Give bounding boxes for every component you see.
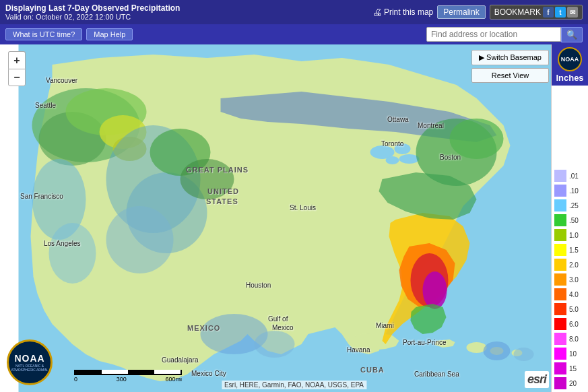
search-input[interactable]	[426, 27, 561, 42]
legend-label: .01	[569, 172, 579, 180]
zoom-controls: + −	[8, 51, 26, 86]
zoom-in-button[interactable]: +	[8, 51, 26, 69]
legend-scale: 2015108.06.05.04.03.02.01.51.0.50.25.10.…	[552, 86, 588, 392]
svg-point-14	[49, 223, 96, 284]
map-title: Displaying Last 7-Day Observed Precipita…	[5, 3, 180, 13]
scale-seg-4	[154, 370, 181, 374]
svg-point-26	[484, 341, 511, 360]
map-svg	[0, 44, 588, 392]
legend-color-box	[554, 214, 566, 226]
scale-bar: 0 300 600mi	[74, 370, 182, 383]
toolbar-left: What is UTC time? Map Help	[5, 28, 133, 40]
twitter-icon[interactable]: t	[555, 7, 566, 18]
legend-color-box	[554, 244, 566, 256]
legend-row: .25	[552, 198, 588, 213]
chevron-right-icon: ▶	[479, 53, 486, 61]
print-link[interactable]: 🖨 Print this map	[372, 7, 433, 18]
toolbar: What is UTC time? Map Help 🔍	[0, 24, 588, 44]
switch-basemap-button[interactable]: ▶ Switch Basemap	[471, 50, 549, 65]
legend-row: .50	[552, 213, 588, 228]
scale-label-300: 300	[117, 376, 127, 383]
legend-row: 3.0	[552, 272, 588, 287]
svg-point-21	[450, 119, 504, 159]
legend-row: .10	[552, 183, 588, 198]
legend-label: .10	[569, 187, 579, 195]
legend-label: 1.5	[569, 247, 579, 254]
valid-date: Valid on: October 02, 2022 12:00 UTC	[5, 13, 180, 21]
legend-color-box	[554, 333, 566, 345]
legend-row: 2.0	[552, 257, 588, 272]
search-area: 🔍	[426, 27, 583, 42]
permalink-button[interactable]: Permalink	[437, 5, 485, 19]
noaa-sub: NAT'L OCEANIC &ATMOSPHERIC ADMIN.	[11, 364, 48, 372]
legend-row: 1.0	[552, 228, 588, 242]
legend-label: 2.0	[569, 261, 579, 269]
utc-time-button[interactable]: What is UTC time?	[5, 28, 82, 40]
noaa-circle-text: NOAA	[561, 56, 579, 63]
social-icons: f t ✉	[543, 7, 578, 18]
legend-label: 5.0	[569, 306, 579, 313]
legend-label: 4.0	[569, 291, 579, 298]
legend-color-box	[554, 185, 566, 197]
scale-seg-3	[128, 370, 154, 374]
legend-row: 8.0	[552, 331, 588, 346]
search-button[interactable]: 🔍	[561, 27, 583, 42]
legend-label: 3.0	[569, 276, 579, 284]
map-container[interactable]: + − ▶ Switch Basemap Reset View Vancouve…	[0, 44, 588, 392]
svg-point-6	[386, 156, 399, 164]
svg-point-25	[255, 331, 295, 358]
legend-color-box	[554, 362, 566, 374]
legend-label: .25	[569, 202, 579, 209]
legend-color-box	[554, 348, 566, 360]
legend-color-box	[554, 199, 566, 211]
reset-view-button[interactable]: Reset View	[471, 68, 549, 83]
legend-color-box	[554, 229, 566, 241]
svg-point-23	[423, 271, 447, 309]
switch-basemap-label: Switch Basemap	[486, 53, 542, 61]
legend-row: 10	[552, 346, 588, 361]
legend-label: 10	[569, 350, 577, 358]
print-icon: 🖨	[372, 7, 382, 18]
scale-label-600: 600mi	[165, 376, 182, 383]
header-left: Displaying Last 7-Day Observed Precipita…	[5, 3, 180, 21]
legend-color-box	[554, 259, 566, 271]
zoom-out-button[interactable]: −	[8, 69, 26, 86]
legend-color-box	[554, 273, 566, 286]
legend-row: .01	[552, 168, 588, 183]
legend-label: 20	[569, 380, 577, 387]
esri-text: esri	[527, 372, 546, 386]
header: Displaying Last 7-Day Observed Precipita…	[0, 0, 588, 24]
bookmark-label: BOOKMARK	[494, 7, 541, 17]
noaa-logo: NOAA NAT'L OCEANIC &ATMOSPHERIC ADMIN.	[7, 339, 53, 385]
map-controls-top: ▶ Switch Basemap Reset View	[471, 50, 549, 83]
legend-row: 6.0	[552, 317, 588, 331]
legend-label: 8.0	[569, 335, 579, 343]
email-icon[interactable]: ✉	[567, 7, 578, 18]
noaa-circle: NOAA	[558, 47, 582, 71]
legend-label: 6.0	[569, 321, 579, 328]
legend-color-box	[554, 318, 566, 330]
legend-color-box	[554, 288, 566, 300]
svg-point-5	[395, 143, 411, 154]
legend-color-box	[554, 303, 566, 315]
scale-line	[74, 370, 182, 375]
legend-color-box	[554, 170, 566, 182]
scale-label-0: 0	[74, 376, 77, 383]
legend: NOAA Inches 2015108.06.05.04.03.02.01.51…	[551, 44, 588, 392]
legend-unit: Inches	[556, 73, 583, 83]
print-label: Print this map	[384, 7, 433, 17]
legend-label: 15	[569, 365, 577, 372]
svg-point-17	[106, 206, 174, 273]
noaa-text: NOAA	[14, 353, 44, 364]
header-right: 🖨 Print this map Permalink BOOKMARK f t …	[372, 5, 583, 20]
svg-point-19	[181, 159, 234, 199]
scale-seg-2	[102, 370, 128, 374]
attribution: Esri, HERE, Garmin, FAO, NOAA, USGS, EPA	[222, 381, 366, 389]
legend-row: 20	[552, 376, 588, 391]
map-help-button[interactable]: Map Help	[86, 28, 133, 40]
facebook-icon[interactable]: f	[543, 7, 554, 18]
svg-point-27	[514, 348, 534, 361]
legend-row: 15	[552, 361, 588, 376]
legend-label: 1.0	[569, 232, 579, 239]
bookmark-area[interactable]: BOOKMARK f t ✉	[490, 5, 583, 20]
